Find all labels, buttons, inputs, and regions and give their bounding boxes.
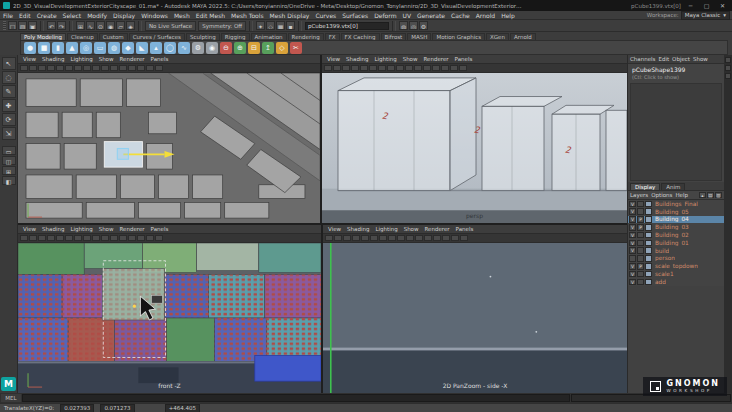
undo-icon[interactable]: ↶ xyxy=(47,21,56,30)
redo-icon[interactable]: ↷ xyxy=(57,21,66,30)
layer-row[interactable]: VBuilding_01 xyxy=(628,239,724,247)
layer-visibility-toggle[interactable]: V xyxy=(629,201,636,208)
layer-visibility-toggle[interactable]: V xyxy=(629,279,636,286)
menu-display[interactable]: Display xyxy=(110,12,138,19)
poly-gear-icon[interactable]: ⚙ xyxy=(192,42,204,54)
shelf-tab-xgen[interactable]: XGen xyxy=(486,33,509,40)
layer-row[interactable]: VPscale_topdown xyxy=(628,262,724,270)
workspace-dropdown[interactable]: Maya Classic ▾ xyxy=(681,11,730,20)
layer-row[interactable]: Vscale1 xyxy=(628,270,724,278)
channel-box-menu-show[interactable]: Show xyxy=(693,56,708,62)
xray-icon[interactable] xyxy=(451,235,459,241)
highlight-selection-icon[interactable]: ◇ xyxy=(266,21,275,30)
viewport-menu-renderer[interactable]: Renderer xyxy=(116,226,147,232)
film-gate-icon[interactable] xyxy=(397,235,405,241)
maximize-button[interactable]: ▢ xyxy=(700,2,713,9)
snap-to-curve-icon[interactable]: ∿ xyxy=(86,21,95,30)
layer-name[interactable]: add xyxy=(653,279,666,285)
safe-action-icon[interactable] xyxy=(432,65,440,71)
select-camera-icon[interactable] xyxy=(20,65,28,71)
separate-icon[interactable]: ⊟ xyxy=(248,42,260,54)
xray-icon[interactable] xyxy=(450,65,458,71)
poly-pyramid-icon[interactable]: ◣ xyxy=(136,42,148,54)
film-gate-icon[interactable] xyxy=(92,235,100,241)
grid-icon[interactable] xyxy=(387,65,395,71)
image-plane-icon[interactable] xyxy=(56,235,64,241)
layer-row[interactable]: Vadd xyxy=(628,278,724,286)
viewport-side-panzoom[interactable]: ViewShadingLightingShowRendererPanels 2D… xyxy=(323,225,627,393)
layer-row[interactable]: person xyxy=(628,255,724,263)
layer-color-swatch[interactable] xyxy=(645,201,652,208)
menu-generate[interactable]: Generate xyxy=(414,12,448,19)
safe-action-icon[interactable] xyxy=(128,65,136,71)
translate-x-value[interactable]: 0.027393 xyxy=(60,404,94,412)
layer-menu-help[interactable]: Help xyxy=(675,192,688,198)
new-scene-icon[interactable]: □ xyxy=(8,21,17,30)
layer-mode-toggle[interactable]: P xyxy=(637,224,644,231)
grid-icon[interactable] xyxy=(388,235,396,241)
layer-mode-toggle[interactable] xyxy=(637,247,644,254)
layer-name[interactable]: Building_01 xyxy=(653,240,689,246)
menu-uv[interactable]: UV xyxy=(400,12,415,19)
layer-visibility-toggle[interactable]: V xyxy=(629,263,636,270)
wireframe-on-shaded-icon[interactable] xyxy=(459,65,467,71)
poly-platonic-icon[interactable]: ◆ xyxy=(122,42,134,54)
menu-file[interactable]: File xyxy=(0,12,16,19)
2d-pan-zoom-icon[interactable] xyxy=(65,65,73,71)
channel-box-menu-object[interactable]: Object xyxy=(672,56,690,62)
shelf-tab-bifrost[interactable]: Bifrost xyxy=(381,33,407,40)
channel-box-menu-channels[interactable]: Channels xyxy=(630,56,655,62)
bookmarks-icon[interactable] xyxy=(351,65,359,71)
layer-color-swatch[interactable] xyxy=(645,279,652,286)
viewport-menu-lighting[interactable]: Lighting xyxy=(67,56,95,62)
shelf-tab-rigging[interactable]: Rigging xyxy=(221,33,250,40)
viewport-menu-lighting[interactable]: Lighting xyxy=(371,56,399,62)
2d-pan-zoom-icon[interactable] xyxy=(65,235,73,241)
poly-plane-icon[interactable]: ▭ xyxy=(94,42,106,54)
field-chart-icon[interactable] xyxy=(423,65,431,71)
boolean-difference-icon[interactable]: ⊖ xyxy=(220,42,232,54)
menu-select[interactable]: Select xyxy=(60,12,85,19)
viewport-menu-panels[interactable]: Panels xyxy=(148,226,172,232)
poly-cylinder-icon[interactable]: ▮ xyxy=(52,42,64,54)
render-settings-icon[interactable]: ⚙ xyxy=(419,21,428,30)
shelf-tab-animation[interactable]: Animation xyxy=(251,33,287,40)
select-camera-icon[interactable] xyxy=(324,65,332,71)
layer-visibility-toggle[interactable]: V xyxy=(629,247,636,254)
field-chart-icon[interactable] xyxy=(119,235,127,241)
layer-menu-layers[interactable]: Layers xyxy=(630,192,648,198)
viewport-top[interactable]: ViewShadingLightingShowRendererPanels xyxy=(18,55,320,223)
field-chart-icon[interactable] xyxy=(424,235,432,241)
menu-cache[interactable]: Cache xyxy=(448,12,473,19)
wireframe-on-shaded-icon[interactable] xyxy=(460,235,468,241)
snap-to-point-icon[interactable]: ⊙ xyxy=(96,21,105,30)
command-line-input[interactable] xyxy=(22,394,570,402)
viewport-menu-show[interactable]: Show xyxy=(96,56,117,62)
layer-color-swatch[interactable] xyxy=(645,263,652,270)
grid-icon[interactable] xyxy=(83,235,91,241)
layer-color-swatch[interactable] xyxy=(645,224,652,231)
attribute-editor-tab-icon[interactable] xyxy=(725,65,731,71)
shelf-tab-fx-caching[interactable]: FX Caching xyxy=(341,33,380,40)
channel-box-object-name[interactable]: pCubeShape1399 xyxy=(628,64,724,73)
viewport-menu-lighting[interactable]: Lighting xyxy=(67,226,95,232)
viewport-menu-shading[interactable]: Shading xyxy=(343,56,371,62)
viewport-menu-shading[interactable]: Shading xyxy=(39,226,67,232)
symmetry-dropdown[interactable]: Symmetry: Off xyxy=(198,21,246,31)
new-empty-layer-icon[interactable]: ▤ xyxy=(707,192,714,198)
translate-y-value[interactable]: 0.071273 xyxy=(100,404,134,412)
two-pane-layout-icon[interactable]: ◫ xyxy=(2,156,16,165)
channel-box-tab-icon[interactable] xyxy=(725,57,731,63)
grease-pencil-icon[interactable] xyxy=(379,235,387,241)
layer-mode-toggle[interactable] xyxy=(637,201,644,208)
safe-action-icon[interactable] xyxy=(128,235,136,241)
grid-icon[interactable] xyxy=(83,65,91,71)
move-tool-icon[interactable]: ✚ xyxy=(2,99,16,112)
layer-mode-toggle[interactable] xyxy=(637,255,644,262)
viewport-persp-canvas[interactable]: 2 2 2 persp xyxy=(322,73,627,223)
menu-mesh[interactable]: Mesh xyxy=(171,12,193,19)
menu-deform[interactable]: Deform xyxy=(371,12,399,19)
camera-attributes-icon[interactable] xyxy=(342,65,350,71)
grease-pencil-icon[interactable] xyxy=(74,65,82,71)
layer-menu-options[interactable]: Options xyxy=(651,192,672,198)
